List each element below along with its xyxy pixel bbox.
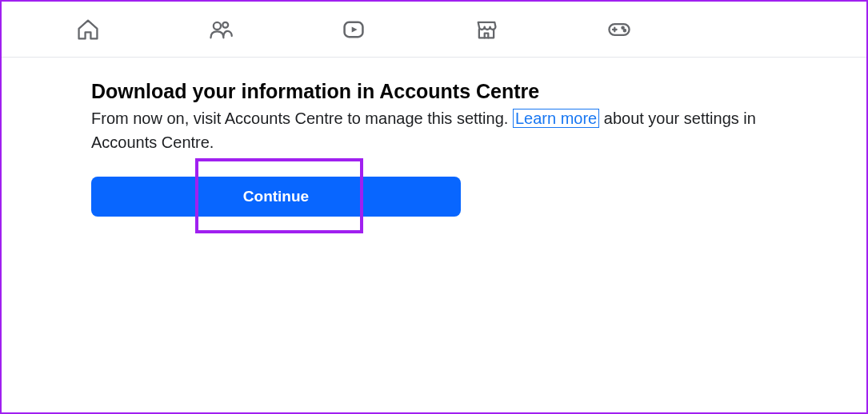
gaming-icon[interactable] (605, 15, 634, 44)
svg-point-1 (222, 22, 228, 27)
page-title: Download your information in Accounts Ce… (91, 80, 762, 103)
video-icon[interactable] (339, 15, 368, 44)
svg-point-7 (624, 30, 626, 31)
top-nav (2, 2, 866, 58)
home-icon[interactable] (74, 15, 102, 44)
learn-more-link[interactable]: Learn more (513, 109, 599, 128)
continue-button[interactable]: Continue (91, 177, 461, 217)
desc-text-before: From now on, visit Accounts Centre to ma… (91, 109, 513, 127)
marketplace-icon[interactable] (472, 15, 501, 44)
button-wrap: Continue (91, 177, 461, 217)
friends-icon[interactable] (206, 15, 235, 44)
svg-point-6 (622, 26, 623, 28)
svg-point-0 (214, 22, 221, 29)
page-description: From now on, visit Accounts Centre to ma… (91, 106, 762, 154)
main-content: Download your information in Accounts Ce… (2, 58, 762, 217)
